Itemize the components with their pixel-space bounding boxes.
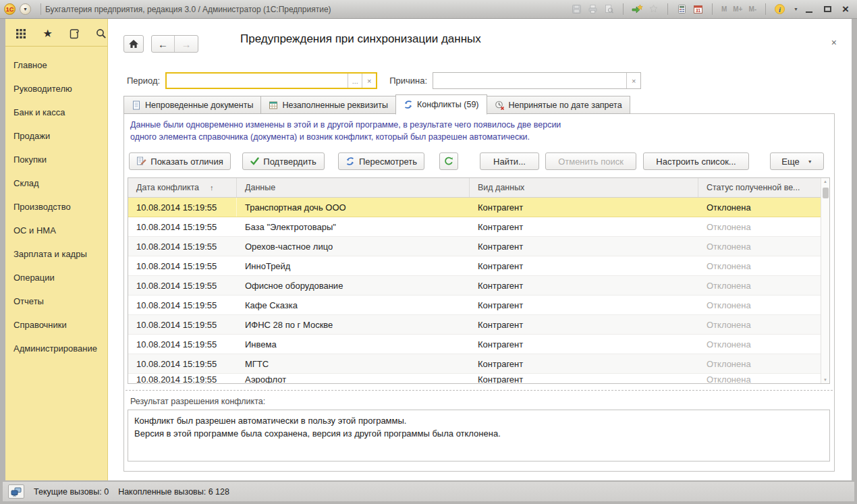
column-header-kind[interactable]: Вид данных bbox=[470, 178, 698, 197]
page-title: Предупреждения при синхронизации данных bbox=[240, 32, 481, 46]
home-button[interactable] bbox=[123, 35, 144, 53]
cell-conflict-date: 10.08.2014 15:19:55 bbox=[128, 354, 237, 373]
splitter[interactable] bbox=[126, 390, 833, 391]
cell-kind: Контрагент bbox=[470, 217, 698, 236]
sidebar-item[interactable]: Руководителю bbox=[5, 77, 107, 101]
sidebar-item[interactable]: Главное bbox=[5, 53, 107, 77]
result-label: Результат разрешения конфликта: bbox=[130, 397, 265, 406]
sidebar-item[interactable]: Покупки bbox=[5, 148, 107, 171]
maximize-button[interactable] bbox=[820, 3, 835, 16]
tab-unfilled-attributes[interactable]: Незаполненные реквизиты bbox=[260, 96, 396, 114]
titlebar-tools: 31 M M+ M- i ▼ × bbox=[570, 3, 853, 16]
table-row[interactable]: 10.08.2014 15:19:55 Инвема Контрагент От… bbox=[128, 335, 829, 354]
table-row[interactable]: 10.08.2014 15:19:55 ИнноТрейд Контрагент… bbox=[128, 256, 829, 276]
memory-m-plus-button: M+ bbox=[731, 5, 744, 13]
sidebar-item[interactable]: ОС и НМА bbox=[5, 219, 107, 242]
table-row[interactable]: 10.08.2014 15:19:55 База "Электротовары"… bbox=[128, 217, 829, 237]
table-row[interactable]: 10.08.2014 15:19:55 ИФНС 28 по г Москве … bbox=[128, 315, 829, 335]
column-header-data[interactable]: Данные bbox=[237, 178, 470, 197]
info-dropdown-caret-icon[interactable]: ▼ bbox=[794, 7, 798, 11]
more-button[interactable]: Еще▼ bbox=[770, 152, 824, 170]
confirm-button[interactable]: Подтвердить bbox=[242, 152, 325, 170]
calculator-icon[interactable] bbox=[675, 3, 688, 16]
cell-data: Орехов-частное лицо bbox=[237, 237, 470, 256]
minimize-button[interactable] bbox=[802, 3, 817, 16]
search-icon[interactable] bbox=[95, 28, 107, 40]
refresh-button[interactable] bbox=[439, 152, 458, 170]
app-logo-1c-icon[interactable]: 1С bbox=[4, 3, 16, 15]
period-clear-button[interactable]: × bbox=[362, 74, 376, 88]
info-text-line1: Данные были одновременно изменены в этой… bbox=[130, 120, 561, 130]
sidebar-item[interactable]: Продажи bbox=[5, 124, 107, 148]
history-icon[interactable] bbox=[69, 28, 81, 40]
save-icon bbox=[570, 3, 583, 16]
cell-conflict-date: 10.08.2014 15:19:55 bbox=[128, 256, 237, 275]
sidebar-item[interactable]: Отчеты bbox=[5, 289, 107, 313]
reason-input[interactable] bbox=[433, 73, 626, 88]
sidebar-item[interactable]: Справочники bbox=[5, 313, 107, 337]
cell-kind: Контрагент bbox=[470, 256, 698, 275]
configure-list-button[interactable]: Настроить список... bbox=[643, 152, 749, 170]
cell-data: Офисное оборудование bbox=[237, 276, 470, 295]
table-row[interactable]: 10.08.2014 15:19:55 Орехов-частное лицо … bbox=[128, 237, 829, 256]
current-calls-text: Текущие вызовы: 0 bbox=[34, 487, 109, 497]
info-text-line2: одного элемента справочника (документа) … bbox=[130, 132, 530, 142]
sidebar-item[interactable]: Производство bbox=[5, 195, 107, 219]
favorites-star-icon[interactable]: ★ bbox=[42, 28, 54, 40]
sidebar-item[interactable]: Банк и касса bbox=[5, 101, 107, 124]
add-to-favorites-icon[interactable] bbox=[631, 3, 644, 16]
show-differences-button[interactable]: Показать отличия bbox=[129, 152, 231, 170]
main-menu-dropdown-button[interactable]: ▼ bbox=[20, 3, 31, 15]
period-choose-button[interactable]: ... bbox=[348, 74, 362, 88]
cell-conflict-date: 10.08.2014 15:19:55 bbox=[128, 296, 237, 314]
memory-m-minus-button: M- bbox=[747, 5, 758, 13]
column-header-date[interactable]: Дата конфликта ↑ bbox=[128, 178, 237, 197]
functions-menu-icon[interactable] bbox=[15, 28, 27, 40]
print-preview-icon bbox=[603, 3, 615, 16]
sidebar-item[interactable]: Склад bbox=[5, 171, 107, 195]
tab-rejected-by-date[interactable]: Непринятые по дате запрета bbox=[487, 96, 630, 114]
info-icon[interactable]: i bbox=[773, 3, 786, 16]
cell-status: Отклонена bbox=[698, 354, 829, 373]
svg-text:31: 31 bbox=[696, 8, 701, 13]
cell-conflict-date: 10.08.2014 15:19:55 bbox=[128, 217, 237, 236]
scroll-up-icon[interactable]: ▲ bbox=[821, 179, 829, 184]
cell-conflict-date: 10.08.2014 15:19:55 bbox=[128, 276, 237, 295]
server-calls-icon[interactable] bbox=[8, 484, 24, 499]
scroll-down-icon[interactable]: ▼ bbox=[821, 378, 829, 382]
tab-conflicts[interactable]: Конфликты (59) bbox=[395, 94, 487, 115]
reason-clear-button[interactable]: × bbox=[626, 73, 640, 88]
scrollbar-thumb[interactable] bbox=[823, 188, 829, 198]
cell-status: Отклонена bbox=[698, 315, 829, 334]
favorites-icon bbox=[647, 3, 660, 16]
tab-unposted-documents[interactable]: Непроведенные документы bbox=[123, 96, 261, 114]
cell-data: ИнноТрейд bbox=[237, 256, 470, 275]
compare-icon bbox=[136, 157, 146, 166]
close-form-icon[interactable]: × bbox=[831, 38, 837, 47]
conflicts-table: Дата конфликта ↑ Данные Вид данных Стату… bbox=[128, 177, 830, 384]
cell-conflict-date: 10.08.2014 15:19:55 bbox=[128, 374, 237, 384]
calendar-icon[interactable]: 31 bbox=[692, 3, 704, 16]
cell-data: МГТС bbox=[237, 354, 470, 373]
forward-button: → bbox=[175, 36, 198, 52]
close-window-button[interactable]: × bbox=[838, 3, 853, 16]
result-text-box[interactable]: Конфликт был разрешен автоматически в по… bbox=[128, 410, 830, 461]
table-header: Дата конфликта ↑ Данные Вид данных Стату… bbox=[128, 178, 829, 198]
sidebar-item[interactable]: Зарплата и кадры bbox=[5, 242, 107, 266]
column-header-status[interactable]: Статус полученной ве... bbox=[698, 178, 829, 197]
sidebar-item[interactable]: Операции bbox=[5, 266, 107, 289]
sidebar-menu: ГлавноеРуководителюБанк и кассаПродажиПо… bbox=[5, 47, 107, 360]
sort-ascending-icon: ↑ bbox=[210, 184, 214, 192]
period-input[interactable] bbox=[167, 74, 348, 88]
review-button[interactable]: Пересмотреть bbox=[338, 152, 424, 170]
table-row[interactable]: 10.08.2014 15:19:55 Транспортная дочь ОО… bbox=[128, 198, 829, 217]
find-button[interactable]: Найти... bbox=[480, 152, 539, 170]
table-row[interactable]: 10.08.2014 15:19:55 Офисное оборудование… bbox=[128, 276, 829, 296]
sidebar: ★ ГлавноеРуководителюБанк и кассаПродажи… bbox=[5, 19, 108, 480]
table-row[interactable]: 10.08.2014 15:19:55 Кафе Сказка Контраге… bbox=[128, 296, 829, 315]
vertical-scrollbar[interactable]: ▲ ▼ bbox=[821, 178, 829, 383]
sidebar-item[interactable]: Администрирование bbox=[5, 337, 107, 360]
table-row[interactable]: 10.08.2014 15:19:55 МГТС Контрагент Откл… bbox=[128, 354, 829, 374]
table-row[interactable]: 10.08.2014 15:19:55 Аэрофлот Контрагент … bbox=[128, 374, 829, 384]
back-button[interactable]: ← bbox=[152, 36, 175, 52]
